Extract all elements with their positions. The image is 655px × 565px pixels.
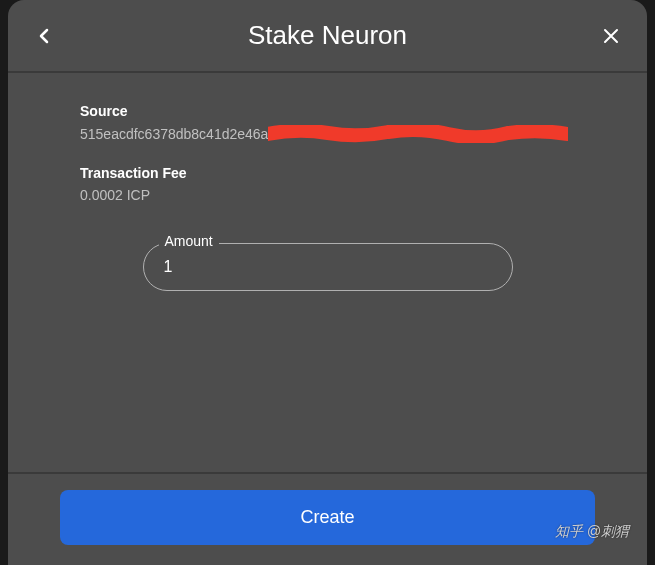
amount-input[interactable]	[143, 243, 513, 291]
modal-footer: Create 知乎 @刺猬	[8, 472, 647, 565]
back-button[interactable]	[32, 24, 56, 48]
source-row: 515eacdfc6378db8c41d2e46a8	[80, 125, 575, 143]
watermark: 知乎 @刺猬	[555, 523, 629, 541]
modal-header: Stake Neuron	[8, 0, 647, 73]
close-button[interactable]	[599, 24, 623, 48]
modal-content: Source 515eacdfc6378db8c41d2e46a8 Transa…	[8, 73, 647, 472]
redaction-mark	[268, 125, 568, 143]
stake-neuron-modal: Stake Neuron Source 515eacdfc6378db8c41d…	[8, 0, 647, 565]
amount-label: Amount	[159, 233, 219, 249]
amount-wrapper: Amount	[143, 243, 513, 291]
fee-value: 0.0002 ICP	[80, 187, 575, 203]
source-label: Source	[80, 103, 575, 119]
page-title: Stake Neuron	[56, 20, 599, 51]
chevron-left-icon	[39, 28, 49, 44]
source-value: 515eacdfc6378db8c41d2e46a8	[80, 126, 276, 142]
create-button[interactable]: Create	[60, 490, 595, 545]
close-icon	[603, 28, 619, 44]
amount-section: Amount	[80, 243, 575, 291]
fee-label: Transaction Fee	[80, 165, 575, 181]
